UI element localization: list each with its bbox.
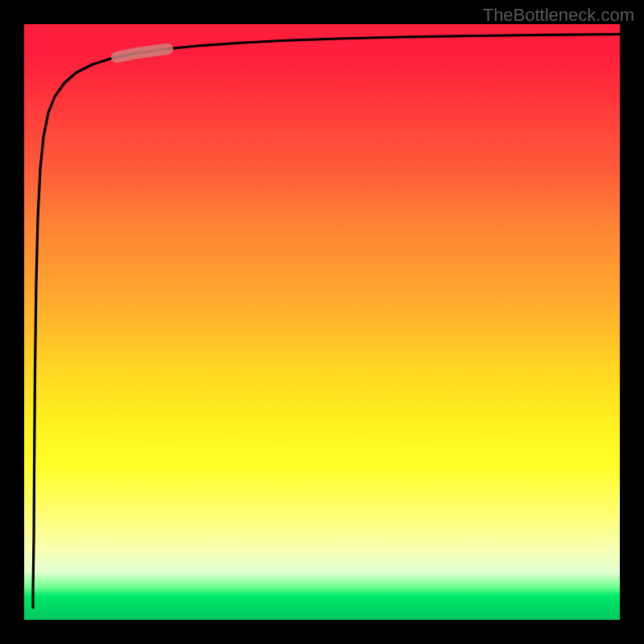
curve-layer [24,24,620,620]
chart-frame [0,0,644,644]
frame-border-bottom [0,620,644,644]
bottleneck-curve-secondary [33,35,620,609]
plot-area [24,24,620,620]
watermark-text: TheBottleneck.com [483,5,634,26]
bottleneck-curve-primary [33,35,620,609]
frame-border-left [0,0,24,644]
highlight-segment [117,49,167,57]
frame-border-right [620,0,644,644]
